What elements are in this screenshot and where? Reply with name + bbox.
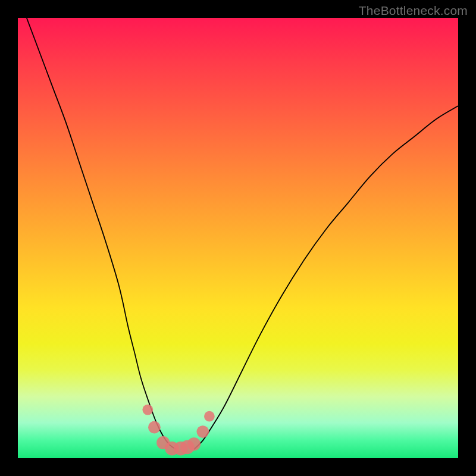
right-curve [194,106,458,449]
left-curve [27,18,177,449]
chart-frame: TheBottleneck.com [0,0,476,476]
marker-dot [148,421,161,434]
marker-group [142,405,214,456]
marker-dot [187,437,201,450]
marker-dot [196,425,209,438]
watermark-text: TheBottleneck.com [359,4,468,18]
curves-svg [18,18,458,458]
marker-dot [204,411,215,422]
plot-area [18,18,458,458]
marker-dot [142,405,153,415]
